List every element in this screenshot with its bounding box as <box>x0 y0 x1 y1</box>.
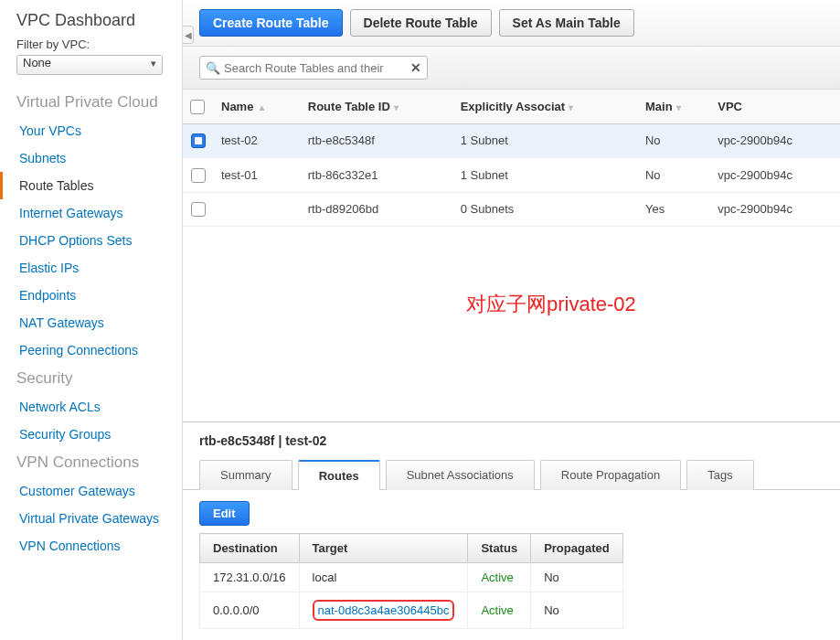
cell-assoc: 1 Subnet <box>453 123 638 158</box>
sidebar-title: VPC Dashboard <box>0 11 182 37</box>
routes-col-target: Target <box>299 534 468 563</box>
sidebar-item-route-tables[interactable]: Route Tables <box>0 172 182 199</box>
main-panel: Create Route Table Delete Route Table Se… <box>183 0 840 640</box>
filter-by-vpc-label: Filter by VPC: <box>0 37 182 55</box>
route-destination: 0.0.0.0/0 <box>200 592 300 629</box>
tab-summary[interactable]: Summary <box>199 460 292 490</box>
table-row[interactable]: test-01rtb-86c332e11 SubnetNovpc-2900b94… <box>183 158 840 193</box>
cell-rtid: rtb-e8c5348f <box>301 123 453 158</box>
col-assoc[interactable]: Explicitly Associat▾ <box>453 90 638 123</box>
detail-panel: rtb-e8c5348f | test-02 SummaryRoutesSubn… <box>183 421 840 640</box>
route-row: 172.31.0.0/16localActiveNo <box>200 563 623 592</box>
sidebar-section-header: VPN Connections <box>0 448 182 477</box>
row-checkbox[interactable] <box>191 168 206 183</box>
sidebar-item-dhcp-options-sets[interactable]: DHCP Options Sets <box>0 227 182 254</box>
cell-vpc: vpc-2900b94c <box>710 123 840 158</box>
cell-main: Yes <box>638 192 710 227</box>
sidebar-item-customer-gateways[interactable]: Customer Gateways <box>0 477 182 505</box>
sidebar-collapse-handle[interactable]: ◀ <box>183 26 194 44</box>
cell-assoc: 0 Subnets <box>453 192 638 227</box>
cell-rtid: rtb-d89206bd <box>301 192 453 227</box>
sidebar-item-nat-gateways[interactable]: NAT Gateways <box>0 309 182 336</box>
cell-rtid: rtb-86c332e1 <box>301 158 453 193</box>
search-bar: 🔍 ✕ <box>183 47 840 90</box>
route-destination: 172.31.0.0/16 <box>200 563 300 592</box>
col-name[interactable]: Name▲ <box>214 90 301 123</box>
detail-title: rtb-e8c5348f | test-02 <box>183 422 840 459</box>
delete-route-table-button[interactable]: Delete Route Table <box>350 9 492 37</box>
route-tables-grid: Name▲ Route Table ID▾ Explicitly Associa… <box>183 90 840 227</box>
tab-route-propagation[interactable]: Route Propagation <box>540 460 681 490</box>
search-input-wrap[interactable]: 🔍 ✕ <box>199 56 428 80</box>
row-checkbox[interactable] <box>191 202 206 217</box>
table-row[interactable]: rtb-d89206bd0 SubnetsYesvpc-2900b94c <box>183 192 840 227</box>
toolbar: Create Route Table Delete Route Table Se… <box>183 0 840 47</box>
annotation-text: 对应子网private-02 <box>466 291 636 318</box>
sidebar-item-endpoints[interactable]: Endpoints <box>0 282 182 309</box>
routes-table: Destination Target Status Propagated 172… <box>199 533 623 629</box>
cell-main: No <box>638 123 710 158</box>
row-checkbox[interactable] <box>191 133 206 148</box>
tab-subnet-associations[interactable]: Subnet Associations <box>386 460 535 490</box>
sidebar-item-subnets[interactable]: Subnets <box>0 144 182 172</box>
cell-vpc: vpc-2900b94c <box>710 192 840 227</box>
sidebar-section-header: Virtual Private Cloud <box>0 88 182 117</box>
cell-name: test-01 <box>214 158 301 193</box>
select-all-checkbox[interactable] <box>190 100 205 114</box>
tab-routes[interactable]: Routes <box>298 460 380 490</box>
detail-tabs: SummaryRoutesSubnet AssociationsRoute Pr… <box>183 459 840 490</box>
cell-name: test-02 <box>214 123 301 158</box>
clear-search-icon[interactable]: ✕ <box>410 60 421 75</box>
cell-main: No <box>638 158 710 193</box>
tab-tags[interactable]: Tags <box>686 460 753 490</box>
edit-button[interactable]: Edit <box>199 501 250 526</box>
cell-vpc: vpc-2900b94c <box>710 158 840 193</box>
route-status: Active <box>468 592 531 629</box>
cell-assoc: 1 Subnet <box>453 158 638 193</box>
routes-col-prop: Propagated <box>531 534 623 563</box>
sidebar: VPC Dashboard Filter by VPC: None Virtua… <box>0 0 183 640</box>
sidebar-item-elastic-ips[interactable]: Elastic IPs <box>0 254 182 282</box>
route-status: Active <box>468 563 531 592</box>
annotation-area: 对应子网private-02 <box>183 227 840 421</box>
sidebar-section-header: Security <box>0 364 182 393</box>
col-vpc[interactable]: VPC <box>710 90 840 123</box>
sidebar-item-peering-connections[interactable]: Peering Connections <box>0 336 182 364</box>
col-main[interactable]: Main▾ <box>638 90 710 123</box>
route-row: 0.0.0.0/0nat-0d8c3a4ae306445bcActiveNo <box>200 592 623 629</box>
sidebar-item-vpn-connections[interactable]: VPN Connections <box>0 532 182 560</box>
routes-col-dest: Destination <box>200 534 300 563</box>
route-target[interactable]: nat-0d8c3a4ae306445bc <box>299 592 468 629</box>
create-route-table-button[interactable]: Create Route Table <box>199 9 343 37</box>
cell-name <box>214 192 301 227</box>
route-propagated: No <box>531 592 623 629</box>
filter-by-vpc-select[interactable]: None <box>16 55 163 75</box>
set-as-main-table-button[interactable]: Set As Main Table <box>499 9 634 37</box>
search-icon: 🔍 <box>206 61 220 75</box>
sidebar-item-network-acls[interactable]: Network ACLs <box>0 393 182 421</box>
col-rtid[interactable]: Route Table ID▾ <box>301 90 453 123</box>
route-propagated: No <box>531 563 623 592</box>
sidebar-item-internet-gateways[interactable]: Internet Gateways <box>0 199 182 227</box>
search-input[interactable] <box>224 61 421 75</box>
route-target: local <box>299 563 468 592</box>
sidebar-item-virtual-private-gateways[interactable]: Virtual Private Gateways <box>0 505 182 532</box>
sidebar-item-your-vpcs[interactable]: Your VPCs <box>0 117 182 144</box>
table-row[interactable]: test-02rtb-e8c5348f1 SubnetNovpc-2900b94… <box>183 123 840 158</box>
sidebar-item-security-groups[interactable]: Security Groups <box>0 421 182 448</box>
routes-col-status: Status <box>468 534 531 563</box>
